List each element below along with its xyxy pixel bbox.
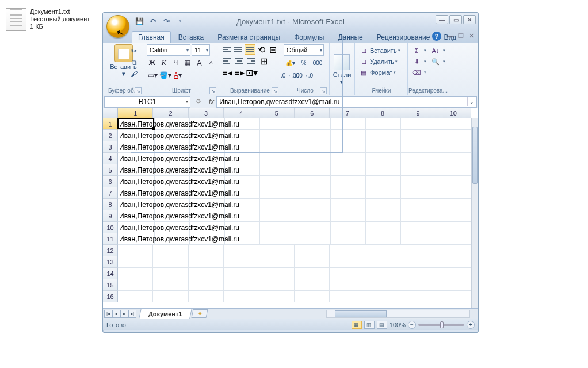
cell[interactable] bbox=[401, 164, 436, 176]
align-bottom-button[interactable] bbox=[245, 44, 255, 55]
row-header[interactable]: 5 bbox=[103, 164, 118, 176]
cell[interactable] bbox=[153, 268, 188, 279]
cell[interactable] bbox=[260, 153, 295, 164]
row-header[interactable]: 13 bbox=[103, 256, 118, 268]
column-header[interactable]: 3 bbox=[189, 108, 224, 118]
row-header[interactable]: 2 bbox=[103, 130, 118, 141]
cell[interactable] bbox=[436, 279, 471, 291]
doc-minimize[interactable]: — bbox=[446, 32, 455, 40]
cell[interactable] bbox=[295, 153, 330, 164]
cell[interactable] bbox=[436, 210, 471, 222]
tab-page-layout[interactable]: Разметка страницы bbox=[211, 31, 287, 43]
percent-format-button[interactable]: % bbox=[297, 57, 310, 68]
minimize-button[interactable]: — bbox=[436, 15, 448, 24]
cell[interactable]: Иван,Петоров,qwerasdfzxcv1@mail.ru bbox=[118, 164, 155, 176]
row-header[interactable]: 16 bbox=[103, 291, 118, 302]
cell[interactable] bbox=[401, 153, 436, 164]
shrink-font-button[interactable]: A bbox=[206, 57, 217, 68]
cell[interactable] bbox=[295, 210, 330, 222]
cell[interactable] bbox=[330, 256, 365, 268]
insert-cells-button[interactable]: ⊞Вставить▾ bbox=[357, 45, 405, 56]
save-button[interactable]: 💾 bbox=[133, 15, 146, 28]
cell[interactable] bbox=[366, 141, 401, 153]
cell[interactable] bbox=[295, 256, 330, 268]
cell[interactable] bbox=[118, 245, 153, 256]
cell[interactable] bbox=[331, 153, 366, 164]
cell[interactable] bbox=[153, 279, 188, 291]
cell[interactable]: Иван,Петоров,qwerasdfzxcv1@mail.ru bbox=[118, 118, 155, 130]
cell[interactable] bbox=[224, 268, 259, 279]
tab-review[interactable]: Рецензирование bbox=[371, 31, 437, 43]
cell[interactable]: Иван,Петоров,qwerasdfzxcv1@mail.ru bbox=[118, 141, 155, 153]
orientation-button[interactable]: ⟲ bbox=[256, 44, 267, 55]
grid[interactable]: Иван,Петоров,qwerasdfzxcv1@mail.ruИван,П… bbox=[118, 118, 471, 308]
cell[interactable] bbox=[118, 268, 153, 279]
row-header[interactable]: 11 bbox=[103, 233, 118, 245]
cell[interactable] bbox=[366, 164, 401, 176]
cell[interactable] bbox=[260, 118, 295, 130]
cell[interactable] bbox=[365, 291, 400, 302]
tab-nav-next[interactable]: ▸ bbox=[120, 310, 128, 318]
cell[interactable] bbox=[295, 291, 330, 302]
row-header[interactable]: 1 bbox=[103, 118, 118, 130]
increase-indent-button[interactable]: ≡▸ bbox=[234, 67, 245, 78]
cell[interactable] bbox=[295, 118, 330, 130]
bold-button[interactable]: Ж bbox=[147, 57, 158, 68]
row-header[interactable]: 8 bbox=[103, 199, 118, 210]
merge-center-button[interactable]: ⊡▾ bbox=[246, 67, 257, 78]
cell[interactable] bbox=[118, 256, 153, 268]
view-pagebreak-button[interactable]: ▤ bbox=[377, 321, 387, 329]
doc-restore[interactable]: ❐ bbox=[457, 32, 465, 40]
cell[interactable] bbox=[400, 279, 436, 291]
cell[interactable] bbox=[436, 199, 471, 210]
italic-button[interactable]: К bbox=[159, 57, 170, 68]
cell[interactable] bbox=[260, 130, 295, 141]
decrease-decimal-button[interactable]: .00→.0 bbox=[297, 70, 310, 81]
row-header[interactable]: 4 bbox=[103, 153, 118, 164]
font-name-combo[interactable]: Calibri▾ bbox=[147, 44, 190, 56]
zoom-slider[interactable] bbox=[418, 324, 464, 326]
row-header[interactable]: 14 bbox=[103, 268, 118, 279]
cell[interactable] bbox=[365, 256, 400, 268]
cell[interactable] bbox=[365, 268, 400, 279]
cell[interactable] bbox=[401, 118, 436, 130]
cell[interactable] bbox=[260, 187, 295, 199]
cell[interactable] bbox=[295, 164, 330, 176]
name-box[interactable]: R1C1▾ bbox=[104, 96, 190, 108]
format-painter-button[interactable]: 🖌 bbox=[129, 70, 139, 79]
select-all-corner[interactable] bbox=[103, 108, 118, 118]
cell[interactable] bbox=[330, 291, 365, 302]
merge-cells-button[interactable]: ⊞ bbox=[258, 56, 269, 66]
close-button[interactable]: ✕ bbox=[463, 15, 476, 24]
comma-format-button[interactable]: 000 bbox=[311, 57, 324, 68]
tab-home[interactable]: Главная bbox=[132, 31, 171, 43]
cell[interactable] bbox=[330, 245, 365, 256]
cell[interactable] bbox=[224, 279, 259, 291]
cell[interactable] bbox=[259, 245, 295, 256]
cell[interactable]: Иван,Петоров,qwerasdfzxcv1@mail.ru bbox=[118, 199, 155, 210]
tab-data[interactable]: Данные bbox=[331, 31, 369, 43]
cell[interactable] bbox=[401, 141, 436, 153]
cell[interactable] bbox=[366, 222, 401, 233]
cell[interactable] bbox=[259, 256, 295, 268]
column-header[interactable]: 4 bbox=[224, 108, 259, 118]
cell[interactable] bbox=[366, 187, 401, 199]
formula-bar[interactable]: Иван,Петоров,qwerasdfzxcv1@mail.ru⌄ bbox=[216, 96, 477, 108]
cell[interactable] bbox=[365, 245, 400, 256]
autosum-button[interactable]: Σ▾ bbox=[410, 45, 428, 56]
cell[interactable] bbox=[153, 256, 188, 268]
fill-button[interactable]: ⬇▾ bbox=[410, 56, 428, 67]
vertical-scrollbar[interactable] bbox=[471, 118, 478, 308]
cell[interactable] bbox=[400, 245, 436, 256]
row-header[interactable]: 6 bbox=[103, 176, 118, 187]
column-header[interactable]: 7 bbox=[330, 108, 365, 118]
cell[interactable] bbox=[331, 187, 366, 199]
desktop-file[interactable]: Документ1.txt Текстовый документ 1 КБ bbox=[6, 8, 90, 31]
cell[interactable] bbox=[365, 279, 400, 291]
cell[interactable] bbox=[295, 176, 330, 187]
number-format-combo[interactable]: Общий▾ bbox=[284, 44, 324, 56]
copy-button[interactable]: ⧉ bbox=[129, 58, 139, 67]
tab-nav-first[interactable]: |◂ bbox=[104, 310, 112, 318]
cell[interactable]: Иван,Петоров,qwerasdfzxcv1@mail.ru bbox=[118, 187, 155, 199]
dialog-launcher[interactable]: ↘ bbox=[135, 87, 142, 94]
